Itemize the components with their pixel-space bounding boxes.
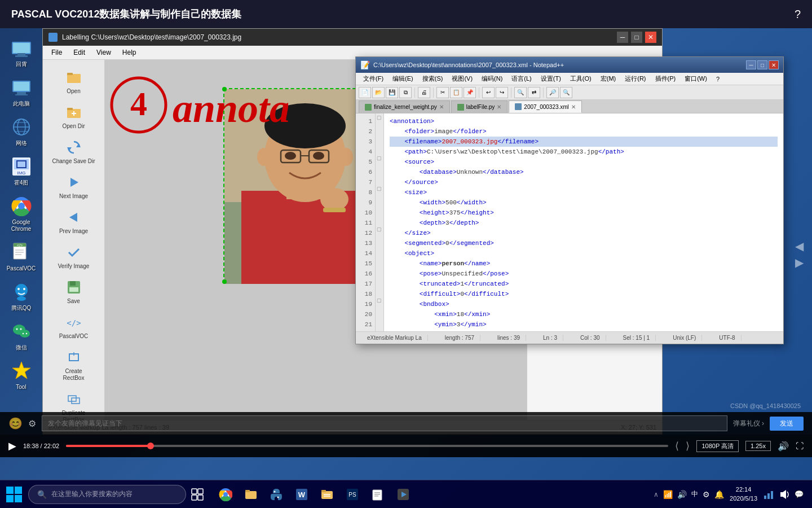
menu-view[interactable]: View: [91, 47, 117, 58]
tab-finalize[interactable]: finalize_kernel_weight.py ✕: [359, 100, 450, 113]
desktop-icon-computer[interactable]: 此电脑: [2, 73, 41, 110]
barrage-etiquette[interactable]: 弹幕礼仪 ›: [733, 419, 764, 428]
taskbar-files[interactable]: [316, 480, 338, 509]
tray-settings-icon[interactable]: ⚙: [703, 490, 710, 499]
barrage-settings-icon[interactable]: ⚙: [28, 418, 36, 429]
notepad-close[interactable]: ✕: [769, 60, 779, 69]
save-button[interactable]: Save: [47, 275, 100, 308]
np-save[interactable]: 💾: [386, 87, 398, 98]
np-save-all[interactable]: ⧉: [399, 87, 412, 98]
np-undo[interactable]: ↩: [482, 87, 495, 98]
np-find[interactable]: 🔍: [514, 87, 527, 98]
fold-8[interactable]: ▢: [377, 186, 382, 191]
video-progress-bar[interactable]: [66, 445, 668, 447]
minimize-button[interactable]: ─: [617, 32, 628, 43]
tab-finalize-close[interactable]: ✕: [439, 104, 444, 110]
scroll-up-arrow[interactable]: ◀: [795, 239, 804, 253]
desktop-icon-chrome[interactable]: Google Chrome: [2, 192, 41, 235]
tab-xml[interactable]: 2007_000323.xml ✕: [509, 100, 582, 113]
np-menu-window[interactable]: 窗口(W): [680, 73, 712, 84]
np-new[interactable]: 📄: [359, 87, 371, 98]
fold-19[interactable]: ▢: [377, 297, 382, 303]
np-menu-macro[interactable]: 宏(M): [596, 73, 621, 84]
np-menu-settings[interactable]: 设置(T): [536, 73, 566, 84]
np-menu-search[interactable]: 搜索(S): [418, 73, 448, 84]
task-view-button[interactable]: [186, 480, 209, 509]
tray-message-icon[interactable]: 💬: [795, 490, 804, 498]
tab-xml-close[interactable]: ✕: [571, 104, 576, 110]
np-menu-plugins[interactable]: 插件(P): [651, 73, 681, 84]
np-menu-edit[interactable]: 编辑(E): [388, 73, 418, 84]
taskbar-media[interactable]: [392, 480, 414, 509]
taskbar-python[interactable]: [265, 480, 288, 509]
menu-help[interactable]: Help: [117, 47, 142, 58]
notepad-editor[interactable]: 12345 678910 1112131415 1617181920 21222…: [356, 113, 783, 331]
open-dir-button[interactable]: Open Dir: [47, 100, 100, 133]
desktop-icon-wechat[interactable]: 微信: [2, 317, 41, 354]
fold-1[interactable]: ▢: [377, 115, 382, 120]
code-editor[interactable]: <annotation> <folder>image</folder> <fil…: [384, 113, 783, 331]
np-menu-run[interactable]: 运行(R): [620, 73, 650, 84]
start-button[interactable]: [0, 480, 28, 509]
create-rect-button[interactable]: Create RectBox: [47, 345, 100, 384]
np-open[interactable]: 📂: [372, 87, 385, 98]
next-image-button[interactable]: Next Image: [47, 170, 100, 203]
bbox-handle-bl[interactable]: [222, 279, 227, 284]
taskbar-powershell[interactable]: PS: [341, 480, 364, 509]
notepad-maximize[interactable]: □: [757, 60, 767, 69]
tray-lang-indicator[interactable]: 中: [691, 489, 698, 499]
close-button[interactable]: ✕: [645, 32, 656, 43]
fold-14[interactable]: ▢: [377, 226, 382, 232]
np-replace[interactable]: ⇄: [528, 87, 540, 98]
fold-5[interactable]: ▢: [377, 155, 382, 161]
open-button[interactable]: Open: [47, 65, 100, 98]
np-print[interactable]: 🖨: [418, 87, 430, 98]
desktop-icon-huijian[interactable]: 回霄: [2, 34, 41, 71]
barrage-input[interactable]: [42, 415, 727, 431]
np-redo[interactable]: ↪: [496, 87, 508, 98]
play-icon[interactable]: ▶: [8, 440, 16, 452]
desktop-icon-pascalvoc[interactable]: </> PascalVOC: [2, 238, 41, 275]
np-menu-file[interactable]: 文件(F): [359, 73, 388, 84]
notepad-minimize[interactable]: ─: [746, 60, 756, 69]
menu-file[interactable]: File: [46, 47, 68, 58]
desktop-icon-labelimg[interactable]: IMG 霍4图: [2, 152, 41, 189]
tab-labelfile-close[interactable]: ✕: [497, 104, 501, 110]
scroll-down-arrow[interactable]: ▶: [795, 256, 804, 269]
tray-volume-icon[interactable]: 🔊: [677, 490, 687, 499]
prev-episode-arrow[interactable]: ⟨: [675, 440, 679, 452]
np-menu-help[interactable]: ?: [712, 75, 724, 84]
np-zoom-out[interactable]: 🔍: [560, 87, 572, 98]
quality-button[interactable]: 1080P 高清: [696, 440, 739, 452]
menu-edit[interactable]: Edit: [68, 47, 91, 58]
desktop-icon-network[interactable]: 网络: [2, 113, 41, 150]
np-zoom-in[interactable]: 🔎: [546, 87, 559, 98]
np-paste[interactable]: 📌: [464, 87, 476, 98]
desktop-icon-qq[interactable]: 腾讯QQ: [2, 278, 41, 314]
video-progress-thumb[interactable]: [147, 443, 154, 449]
maximize-button[interactable]: □: [631, 32, 642, 43]
np-menu-encoding[interactable]: 编码(N): [477, 73, 507, 84]
desktop-icon-tool[interactable]: Tool: [2, 357, 41, 393]
np-menu-tools[interactable]: 工具(O): [566, 73, 596, 84]
speed-button[interactable]: 1.25x: [745, 441, 771, 451]
help-icon[interactable]: ?: [795, 8, 801, 21]
fullscreen-icon[interactable]: ⛶: [796, 441, 804, 450]
pascalvoc-button[interactable]: </> PascalVOC: [47, 310, 100, 343]
barrage-emoji-icon[interactable]: 😊: [8, 417, 23, 430]
volume-icon[interactable]: 🔊: [778, 441, 789, 452]
np-cut[interactable]: ✂: [436, 87, 449, 98]
tray-network-icon[interactable]: 📶: [663, 490, 673, 499]
tray-show-hidden[interactable]: ∧: [654, 491, 659, 498]
np-copy[interactable]: 📋: [450, 87, 462, 98]
tray-notification-icon[interactable]: 🔔: [714, 490, 724, 499]
taskbar-files2[interactable]: [367, 480, 389, 509]
barrage-send-button[interactable]: 发送: [770, 417, 804, 431]
verify-image-button[interactable]: Verify Image: [47, 240, 100, 273]
change-save-dir-button[interactable]: Change Save Dir: [47, 135, 100, 168]
taskbar-word[interactable]: W: [290, 480, 313, 509]
taskbar-explorer[interactable]: [240, 480, 262, 509]
np-menu-view[interactable]: 视图(V): [447, 73, 477, 84]
system-clock[interactable]: 22:14 2020/5/13: [730, 485, 757, 503]
prev-image-button[interactable]: Prev Image: [47, 205, 100, 238]
